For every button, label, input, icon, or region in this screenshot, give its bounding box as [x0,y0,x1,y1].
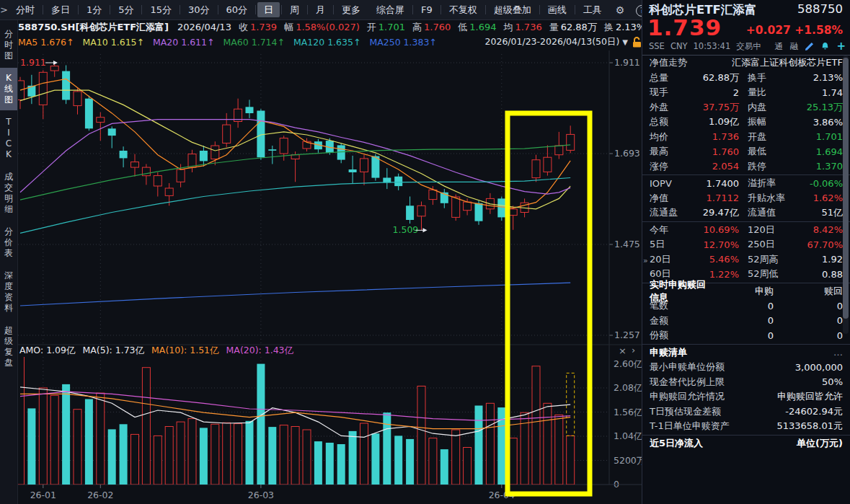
quote-label: 现手 [650,86,693,99]
quote-value: 5.46% [693,254,739,265]
toolbar-button[interactable]: 超级叠加 [486,0,539,19]
svg-text:2.60亿: 2.60亿 [614,358,642,369]
sidebar-item-深度资料[interactable]: 深 度 资 料 [0,265,17,319]
period-tab-11[interactable]: 更多 [334,0,368,19]
sub-row-value: 0 [713,315,774,326]
ma-legend-item: MA250 1.383↑ [369,37,436,48]
toolbar-button[interactable]: 工具 [575,0,610,19]
detail-label: 申购赎回允许情况 [650,390,777,403]
table-row: 金额00 [642,314,850,329]
quote-field-label: 量 [549,22,559,32]
toolbar-button[interactable]: 不复权 [441,0,485,19]
period-tab-5[interactable]: 15分 [142,0,180,19]
collapse-panel-button[interactable]: > [0,4,8,15]
nav-label: 净值走势 [650,56,693,69]
sidebar-item-超级复盘[interactable]: 超 级 复 盘 [0,320,17,373]
svg-text:1.911: 1.911 [614,57,640,68]
quote-field-label: 低 [458,22,467,32]
sidebar-item-TICK[interactable]: T I C K [0,112,17,165]
svg-text:1.257: 1.257 [614,330,640,340]
table-row: 最小申赎单位份额3,000,000 [642,360,850,375]
table-row: 近5日净流入单位(万元) [642,436,850,451]
table-row: 今年10.69%120日8.42% [642,223,850,238]
period-tab-3[interactable]: 1分 [79,0,110,19]
quote-field-value: 1.760 [424,22,451,32]
quote-field-value: 1.694 [469,22,496,32]
quote-field-label: 换 [604,22,614,32]
quote-value: 1.736 [693,131,739,142]
period-tab-9[interactable]: 周 [282,0,307,19]
section-title: 近5日净流入 [650,437,797,450]
ma-legend-bar: MA5 1.676↑MA10 1.615↑MA20 1.611↑MA60 1.7… [18,35,642,50]
date-range-label: 2026/01/23-2026/04/13(50日) [485,36,620,48]
detail-label: 现金替代比例上限 [650,376,822,389]
quote-label: 净值 [650,192,693,205]
sub-row-label: 金额 [650,314,713,327]
column-header: 申购 [713,285,774,298]
chevron-down-icon[interactable]: ▼ [622,38,628,46]
quote-panel-header: 科创芯片ETF汇添富 588750 1.739 +0.027 +1.58% SS… [642,0,850,56]
quote-field-label: 幅 [284,22,293,32]
quote-label: 52周高 [748,253,797,266]
period-tab-10[interactable]: 月 [308,0,333,19]
quote-field-label: 开 [367,22,376,32]
chevron-right-icon[interactable]: » [643,256,648,265]
table-row: 笔数00 [642,299,850,314]
period-tab-4[interactable]: 5分 [110,0,141,19]
quote-field-label: 高 [412,22,422,32]
more-ellipsis-icon[interactable]: … [833,347,843,358]
sidebar-item-成交明细[interactable]: 成 交 明 细 [0,167,17,220]
toolbar-button[interactable]: 综合屏 [368,0,412,19]
alert-bell-icon[interactable] [820,42,830,51]
quote-label: 5日 [650,238,693,251]
ma-legend-item: MA60 1.714↑ [223,37,285,48]
section-title: 申赎清单 [650,346,833,359]
sidebar-item-K线图[interactable]: K 线 图 [0,68,17,110]
table-row: 实时申购赎回信息申购赎回 [642,284,850,299]
sidebar-item-分时图[interactable]: 分 时 图 [0,24,17,66]
sub-row-value: 0 [774,301,843,311]
quote-label: 52周低 [748,268,797,280]
sub-row-label: 份额 [650,329,713,342]
close-icon[interactable]: × [619,345,627,356]
add-to-watchlist-icon[interactable]: + [836,40,846,53]
detail-value: 5133658.01元 [776,420,843,433]
quote-field-label: 均 [503,22,513,32]
column-header: 赎回 [774,285,843,298]
period-tab-7[interactable]: 60分 [218,0,256,19]
table-row: IOPV1.7400溢折率-0.06% [642,176,850,191]
quote-label: 外盘 [650,101,693,114]
trading-status: 交易中 [736,41,761,52]
gear-icon[interactable]: ⚙ [610,4,631,16]
quote-value: 1.92 [797,254,843,265]
period-tab-8[interactable]: 日 [257,2,280,17]
unlock-icon[interactable] [632,37,642,48]
panel-scrollbar-thumb[interactable] [843,58,849,319]
tag-shanghai-connect: 通 [774,41,783,52]
quote-label: 总量 [650,71,693,84]
period-tab-1[interactable]: 分时 [8,0,43,19]
period-tab-2[interactable]: 多日 [43,0,78,19]
edit-icon[interactable] [805,42,814,51]
unit-label: 单位(万元) [797,437,843,450]
sidebar-item-分价表[interactable]: 分 价 表 [0,221,17,264]
quote-field-value: 1.58%(0.027) [296,22,360,32]
period-tab-6[interactable]: 30分 [180,0,218,19]
quote-value: 51亿 [797,206,843,219]
sub-row-value: 0 [774,315,843,326]
quote-value: 37.75万 [693,101,739,114]
svg-text:1.04亿: 1.04亿 [614,430,642,441]
quote-detail-rows: 净值走势汇添富上证科创板芯片ETF总量62.88万换手2.13%现手2量比1.7… [642,56,850,451]
quote-value: -0.06% [797,178,843,189]
toolbar-button[interactable]: F9 [413,0,441,19]
ma-legend-item: MA20 1.611↑ [153,37,214,48]
quote-value: 1.760 [693,146,739,157]
ma-legend-item: MA5 1.676↑ [18,37,74,48]
toolbar-button[interactable]: 画线 [540,0,575,19]
nav-link[interactable]: 汇添富上证科创板芯片ETF [693,56,843,69]
quote-value: 29.47亿 [693,206,739,219]
expand-icon[interactable]: › [632,345,635,355]
currency-label: CNY [670,41,688,51]
quote-label: 升贴水率 [748,192,797,205]
kline-chart[interactable]: 1.9111.6931.4751.2572.60亿2.08亿1.56亿1.04亿… [0,0,642,504]
